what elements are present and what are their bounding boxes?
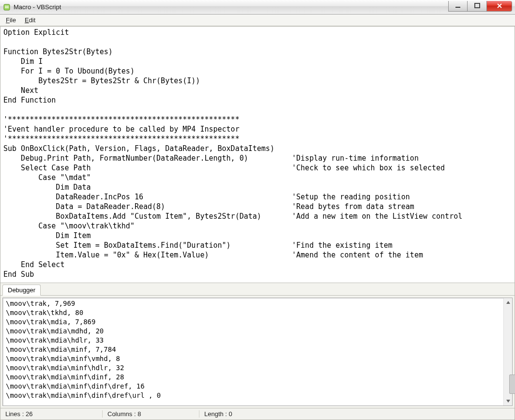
statusbar: Lines : 26 Columns : 8 Length : 0: [0, 408, 515, 420]
window-title: Macro - VBScript: [14, 3, 448, 11]
app-icon: [3, 3, 11, 11]
debug-line: \moov\trak\mdia\minf\dinf\dref, 16: [6, 382, 500, 391]
debug-line: \moov\trak\tkhd, 80: [6, 308, 500, 317]
status-columns: Columns : 8: [102, 410, 199, 418]
svg-rect-3: [455, 7, 460, 8]
maximize-button[interactable]: [468, 1, 487, 12]
window-controls: [448, 1, 512, 12]
close-button[interactable]: [487, 1, 512, 12]
debugger-output-box: \moov\trak, 7,969\moov\trak\tkhd, 80\moo…: [2, 298, 513, 406]
debug-line: \moov\trak\mdia\hdlr, 33: [6, 336, 500, 345]
minimize-button[interactable]: [448, 1, 468, 12]
debug-line: \moov\trak\mdia\minf, 7,784: [6, 345, 500, 354]
debugger-output[interactable]: \moov\trak, 7,969\moov\trak\tkhd, 80\moo…: [3, 298, 503, 405]
menubar: File Edit: [0, 15, 515, 26]
main-area: Option Explicit Function Bytes2Str(Bytes…: [0, 26, 515, 420]
debug-line: \moov\trak\mdia\minf\dinf\dref\url , 0: [6, 391, 500, 400]
svg-rect-2: [5, 7, 9, 8]
debug-line: \moov\trak\mdia\minf\dinf, 28: [6, 373, 500, 382]
menu-edit[interactable]: Edit: [25, 16, 35, 24]
tab-debugger[interactable]: Debugger: [2, 285, 41, 296]
debug-line: \moov\trak\mdia, 7,869: [6, 317, 500, 327]
debug-line: \moov\trak\mdia\mdhd, 20: [6, 327, 500, 336]
status-lines: Lines : 26: [5, 410, 102, 418]
debug-line: \moov\trak\mdia\minf\vmhd, 8: [6, 354, 500, 363]
svg-rect-4: [475, 3, 480, 8]
menu-file[interactable]: File: [6, 16, 16, 24]
debugger-tabstrip: Debugger: [0, 283, 515, 296]
scroll-thumb[interactable]: [509, 375, 515, 394]
vertical-scrollbar[interactable]: [503, 298, 512, 405]
code-content: Option Explicit Function Bytes2Str(Bytes…: [3, 28, 512, 279]
code-editor[interactable]: Option Explicit Function Bytes2Str(Bytes…: [0, 27, 515, 283]
titlebar: Macro - VBScript: [0, 0, 515, 15]
svg-rect-1: [5, 6, 9, 7]
debug-line: \moov\trak\mdia\minf\hdlr, 32: [6, 363, 500, 373]
scroll-down-icon[interactable]: [504, 397, 513, 405]
debug-line: \moov\trak, 7,969: [6, 299, 500, 308]
scroll-up-icon[interactable]: [504, 298, 513, 307]
status-length: Length : 0: [199, 410, 296, 418]
debugger-panel: \moov\trak, 7,969\moov\trak\tkhd, 80\moo…: [0, 296, 515, 408]
